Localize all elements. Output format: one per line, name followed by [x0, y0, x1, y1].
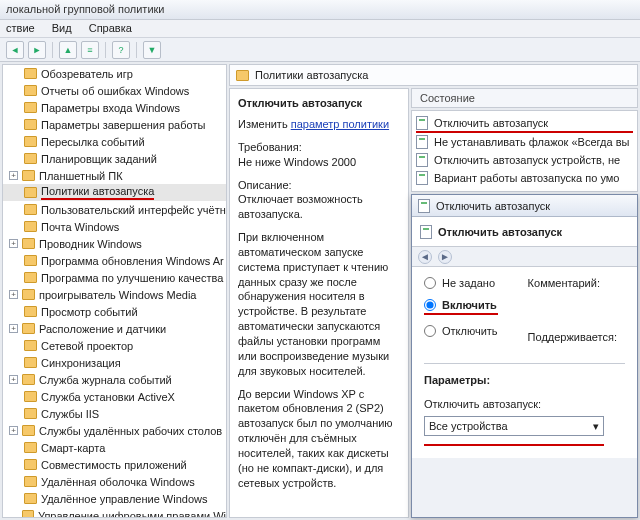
settings-list[interactable]: Отключить автозапускНе устанавливать фла… — [411, 110, 638, 192]
folder-icon — [24, 102, 37, 113]
tree-item[interactable]: Политики автозапуска — [3, 184, 226, 201]
tree-item-label: Обозреватель игр — [41, 68, 133, 80]
radio-enabled[interactable]: Включить — [424, 299, 498, 315]
tree-item[interactable]: Отчеты об ошибках Windows — [3, 82, 226, 99]
tree-item[interactable]: Пользовательский интерфейс учётн — [3, 201, 226, 218]
tree-item[interactable]: Сетевой проектор — [3, 337, 226, 354]
desc-text-3: До версии Windows XP с пакетом обновлени… — [238, 387, 400, 491]
tree-item[interactable]: Службы IIS — [3, 405, 226, 422]
folder-icon — [24, 459, 37, 470]
tree-item[interactable]: Почта Windows — [3, 218, 226, 235]
expand-icon[interactable]: + — [9, 239, 18, 248]
folder-icon — [22, 510, 33, 518]
folder-icon — [24, 187, 37, 198]
tree-item-label: Планшетный ПК — [39, 170, 123, 182]
tree-item[interactable]: Программа обновления Windows Ar — [3, 252, 226, 269]
column-state[interactable]: Состояние — [411, 88, 638, 108]
policy-icon — [420, 225, 432, 239]
tree-item[interactable]: Параметры завершения работы — [3, 116, 226, 133]
desc-label: Описание: — [238, 179, 292, 191]
tree-item[interactable]: Смарт-карта — [3, 439, 226, 456]
edit-policy-link[interactable]: параметр политики — [291, 118, 389, 130]
expand-icon[interactable]: + — [9, 324, 18, 333]
desc-text-2: При включенном автоматическом запуске си… — [238, 230, 400, 378]
tree-item-label: Планировщик заданий — [41, 153, 157, 165]
tree-item[interactable]: Планировщик заданий — [3, 150, 226, 167]
expand-icon[interactable]: + — [9, 171, 18, 180]
next-icon[interactable]: ► — [438, 250, 452, 264]
dialog-subtitle-text: Отключить автозапуск — [438, 226, 562, 238]
list-item[interactable]: Отключить автозапуск — [416, 115, 633, 133]
menu-action[interactable]: ствие — [6, 22, 35, 34]
list-item[interactable]: Не устанавливать флажок «Всегда вы — [416, 133, 633, 151]
tree-item[interactable]: Программа по улучшению качества — [3, 269, 226, 286]
window-title: локальной групповой политики — [0, 0, 640, 20]
tree-item-label: Служба установки ActiveX — [41, 391, 175, 403]
fwd-icon[interactable]: ► — [28, 41, 46, 59]
folder-icon — [24, 408, 37, 419]
nav-tree[interactable]: Обозреватель игрОтчеты об ошибках Window… — [2, 64, 227, 518]
breadcrumb: Политики автозапуска — [229, 64, 638, 86]
help-icon[interactable]: ? — [112, 41, 130, 59]
tree-item[interactable]: +Служба журнала событий — [3, 371, 226, 388]
tree-item[interactable]: Удалённая оболочка Windows — [3, 473, 226, 490]
list-item[interactable]: Вариант работы автозапуска по умо — [416, 169, 633, 187]
tree-item[interactable]: +проигрыватель Windows Media — [3, 286, 226, 303]
up-icon[interactable]: ▲ — [59, 41, 77, 59]
radio-not-configured[interactable]: Не задано — [424, 277, 498, 289]
tree-item-label: Почта Windows — [41, 221, 119, 233]
tree-item[interactable]: Управление цифровыми правами Wi — [3, 507, 226, 518]
tree-item[interactable]: Синхронизация — [3, 354, 226, 371]
prev-icon[interactable]: ◄ — [418, 250, 432, 264]
list-item-label: Отключить автозапуск — [434, 117, 548, 129]
description-panel: Отключить автозапуск Изменить параметр п… — [229, 88, 409, 518]
tree-item[interactable]: Служба установки ActiveX — [3, 388, 226, 405]
tree-item[interactable]: Обозреватель игр — [3, 65, 226, 82]
tree-item[interactable]: Пересылка событий — [3, 133, 226, 150]
disable-autorun-combo[interactable]: Все устройства ▾ — [424, 416, 604, 436]
tree-item-label: Пересылка событий — [41, 136, 145, 148]
tree-item-label: Службы IIS — [41, 408, 99, 420]
list-item[interactable]: Отключить автозапуск устройств, не — [416, 151, 633, 169]
tree-item-label: Сетевой проектор — [41, 340, 133, 352]
tree-item-label: Пользовательский интерфейс учётн — [41, 204, 226, 216]
radio-group: Не задано Включить Отключить — [424, 277, 498, 347]
tree-item-label: Параметры входа Windows — [41, 102, 180, 114]
tree-item[interactable]: +Проводник Windows — [3, 235, 226, 252]
tree-item[interactable]: Просмотр событий — [3, 303, 226, 320]
tree-item[interactable]: +Службы удалённых рабочих столов — [3, 422, 226, 439]
tree-item-label: Программа обновления Windows Ar — [41, 255, 224, 267]
tree-item-label: Синхронизация — [41, 357, 121, 369]
back-icon[interactable]: ◄ — [6, 41, 24, 59]
tree-item[interactable]: Удалённое управление Windows — [3, 490, 226, 507]
folder-icon — [24, 340, 37, 351]
dialog-title: Отключить автозапуск — [436, 200, 550, 212]
tree-item-label: Службы удалённых рабочих столов — [39, 425, 222, 437]
breadcrumb-label: Политики автозапуска — [255, 69, 368, 81]
expand-icon[interactable]: + — [9, 426, 18, 435]
menu-view[interactable]: Вид — [52, 22, 72, 34]
tree-item[interactable]: Совместимость приложений — [3, 456, 226, 473]
folder-icon — [24, 493, 37, 504]
folder-icon — [24, 391, 37, 402]
tree-item[interactable]: Параметры входа Windows — [3, 99, 226, 116]
expand-icon[interactable]: + — [9, 375, 18, 384]
desc-heading: Отключить автозапуск — [238, 97, 400, 109]
dialog-title-bar[interactable]: Отключить автозапуск — [412, 195, 637, 217]
filter-icon[interactable]: ▼ — [143, 41, 161, 59]
folder-icon — [24, 221, 37, 232]
tree-item[interactable]: +Планшетный ПК — [3, 167, 226, 184]
list-icon[interactable]: ≡ — [81, 41, 99, 59]
folder-icon — [24, 204, 37, 215]
policy-icon — [416, 135, 428, 149]
policy-icon — [418, 199, 430, 213]
folder-icon — [24, 442, 37, 453]
tree-item[interactable]: +Расположение и датчики — [3, 320, 226, 337]
folder-icon — [24, 255, 37, 266]
menu-help[interactable]: Справка — [89, 22, 132, 34]
radio-disabled[interactable]: Отключить — [424, 325, 498, 337]
combo-value: Все устройства — [429, 420, 508, 432]
tree-item-label: Проводник Windows — [39, 238, 142, 250]
expand-icon[interactable]: + — [9, 290, 18, 299]
tree-item-label: Расположение и датчики — [39, 323, 166, 335]
